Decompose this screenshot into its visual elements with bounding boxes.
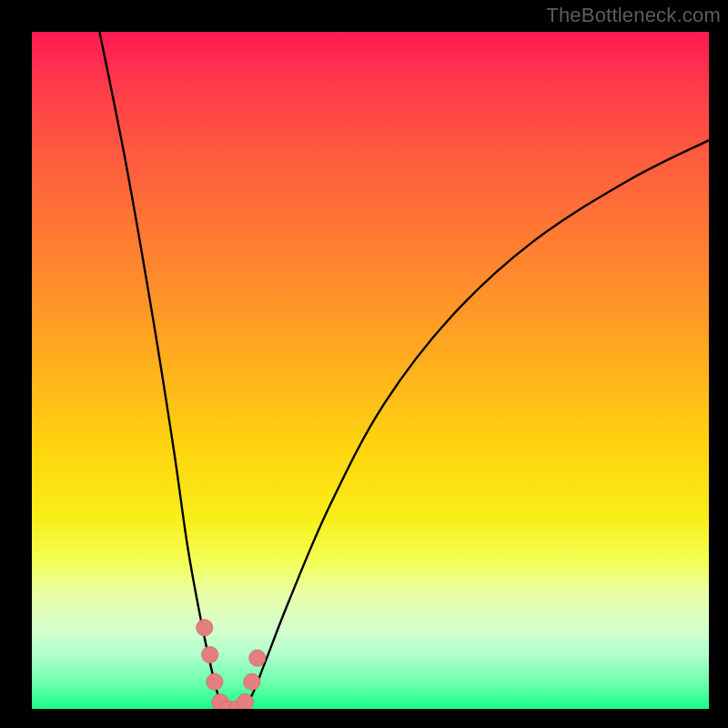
curve-marker — [207, 673, 223, 690]
curve-path — [99, 32, 709, 709]
bottleneck-curve — [32, 32, 709, 709]
curve-marker — [244, 673, 260, 690]
curve-marker — [249, 650, 266, 666]
curve-group — [99, 32, 709, 709]
curve-marker — [202, 646, 218, 662]
curve-marker — [237, 694, 253, 709]
curve-markers — [197, 620, 266, 709]
chart-plot-area — [32, 32, 709, 709]
curve-marker — [197, 620, 213, 636]
chart-frame: TheBottleneck.com — [0, 0, 728, 728]
watermark-text: TheBottleneck.com — [546, 4, 721, 27]
